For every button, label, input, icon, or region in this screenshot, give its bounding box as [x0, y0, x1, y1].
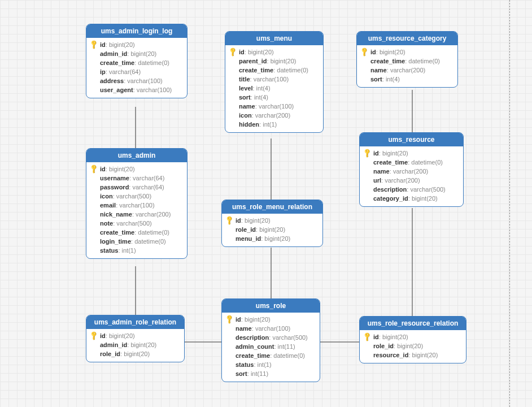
- page-boundary-dashed-line: [509, 0, 510, 407]
- column-row: name: varchar(200): [363, 167, 460, 176]
- column-name: status: [236, 361, 254, 368]
- table-ums-resource-category[interactable]: ums_resource_category 🔑id: bigint(20)cre…: [356, 31, 458, 88]
- column-type: varchar(200): [385, 177, 420, 184]
- column-name: menu_id: [236, 235, 261, 242]
- table-ums-role-resource-relation[interactable]: ums_role_resource_relation 🔑id: bigint(2…: [359, 316, 466, 363]
- column-type: varchar(500): [272, 334, 307, 341]
- column-type: datetime(0): [134, 238, 166, 245]
- column-type: bigint(20): [124, 350, 150, 357]
- column-name: role_id: [373, 343, 394, 349]
- column-type: varchar(64): [132, 184, 164, 190]
- table-body: 🔑id: bigint(20)username: varchar(64)pass…: [86, 162, 187, 258]
- column-row: create_time: datetime(0): [363, 158, 460, 167]
- column-type: varchar(200): [393, 168, 428, 175]
- primary-key-icon: 🔑: [363, 333, 371, 340]
- primary-key-icon: 🔑: [229, 48, 237, 55]
- column-name: ip: [100, 68, 106, 75]
- column-row: ip: varchar(64): [90, 67, 184, 76]
- column-row: hidden: int(1): [229, 120, 320, 129]
- column-row: create_time: datetime(0): [90, 228, 184, 237]
- column-type: bigint(20): [248, 49, 274, 55]
- column-name: id: [373, 334, 379, 340]
- column-name: id: [370, 49, 376, 55]
- column-type: bigint(20): [264, 235, 290, 242]
- column-row: sort: int(4): [360, 75, 454, 84]
- table-body: 🔑id: bigint(20)admin_id: bigint(20)creat…: [86, 38, 187, 98]
- table-ums-resource[interactable]: ums_resource 🔑id: bigint(20)create_time:…: [359, 132, 464, 207]
- column-type: bigint(20): [130, 341, 156, 348]
- column-name: icon: [239, 112, 252, 119]
- table-title: ums_menu: [225, 32, 323, 45]
- column-row: icon: varchar(200): [229, 111, 320, 120]
- column-row: description: varchar(500): [225, 333, 316, 342]
- column-row: create_time: datetime(0): [225, 351, 316, 360]
- column-name: admin_id: [100, 50, 127, 57]
- column-type: varchar(500): [116, 220, 151, 227]
- column-row: note: varchar(500): [90, 219, 184, 228]
- column-type: bigint(20): [245, 217, 271, 224]
- column-row: 🔑id: bigint(20): [90, 331, 181, 340]
- table-body: 🔑id: bigint(20)create_time: datetime(0)n…: [360, 146, 463, 206]
- column-row: create_time: datetime(0): [90, 58, 184, 67]
- column-type: int(1): [258, 361, 272, 368]
- table-body: 🔑id: bigint(20)parent_id: bigint(20)crea…: [225, 45, 323, 132]
- column-type: bigint(20): [271, 58, 296, 64]
- column-row: 🔑id: bigint(20): [90, 164, 184, 174]
- column-type: int(1): [263, 121, 277, 128]
- column-type: varchar(500): [410, 186, 445, 193]
- column-row: parent_id: bigint(20): [229, 57, 320, 66]
- column-row: 🔑id: bigint(20): [225, 315, 316, 324]
- table-ums-menu[interactable]: ums_menu 🔑id: bigint(20)parent_id: bigin…: [225, 31, 324, 133]
- column-row: 🔑id: bigint(20): [360, 47, 454, 57]
- column-type: bigint(20): [412, 195, 438, 202]
- primary-key-icon: 🔑: [90, 41, 98, 48]
- column-type: varchar(100): [255, 325, 290, 332]
- table-ums-admin-login-log[interactable]: ums_admin_login_log 🔑id: bigint(20)admin…: [86, 24, 187, 98]
- column-name: resource_id: [373, 352, 408, 358]
- column-name: create_time: [100, 59, 134, 66]
- primary-key-icon: 🔑: [225, 315, 233, 323]
- column-name: role_id: [236, 226, 256, 233]
- column-type: bigint(20): [397, 343, 423, 349]
- column-name: category_id: [373, 195, 408, 202]
- column-type: bigint(20): [130, 50, 156, 57]
- column-name: status: [100, 247, 118, 254]
- column-name: create_time: [370, 58, 405, 64]
- column-type: varchar(200): [255, 112, 290, 119]
- column-row: 🔑id: bigint(20): [229, 47, 320, 57]
- table-ums-role[interactable]: ums_role 🔑id: bigint(20)name: varchar(10…: [221, 298, 320, 382]
- column-type: bigint(20): [380, 49, 405, 55]
- column-row: role_id: bigint(20): [225, 225, 319, 234]
- column-row: resource_id: bigint(20): [363, 350, 463, 360]
- primary-key-icon: 🔑: [225, 217, 233, 224]
- column-type: bigint(20): [259, 226, 285, 233]
- column-row: admin_id: bigint(20): [90, 49, 184, 58]
- column-row: login_time: datetime(0): [90, 237, 184, 246]
- column-name: create_time: [373, 159, 408, 166]
- column-type: int(4): [254, 94, 268, 101]
- table-body: 🔑id: bigint(20)create_time: datetime(0)n…: [357, 45, 457, 87]
- column-name: parent_id: [239, 58, 267, 64]
- table-title: ums_resource_category: [357, 32, 457, 45]
- column-row: level: int(4): [229, 84, 320, 93]
- column-name: hidden: [239, 121, 259, 128]
- column-name: email: [100, 202, 116, 209]
- column-row: 🔑id: bigint(20): [363, 332, 463, 341]
- table-ums-admin-role-relation[interactable]: ums_admin_role_relation 🔑id: bigint(20)a…: [86, 315, 185, 362]
- table-ums-admin[interactable]: ums_admin 🔑id: bigint(20)username: varch…: [86, 148, 187, 259]
- column-type: bigint(20): [412, 352, 438, 358]
- column-row: create_time: datetime(0): [360, 57, 454, 66]
- column-type: bigint(20): [382, 334, 408, 340]
- column-row: description: varchar(500): [363, 185, 460, 194]
- table-ums-role-menu-relation[interactable]: ums_role_menu_relation 🔑id: bigint(20)ro…: [221, 200, 323, 247]
- column-row: 🔑id: bigint(20): [90, 40, 184, 49]
- column-type: varchar(100): [127, 77, 162, 84]
- column-row: title: varchar(100): [229, 75, 320, 84]
- column-name: name: [236, 325, 252, 332]
- column-type: int(4): [256, 85, 271, 92]
- table-title: ums_admin: [86, 149, 187, 162]
- column-type: datetime(0): [277, 67, 308, 73]
- column-type: varchar(200): [136, 211, 171, 218]
- primary-key-icon: 🔑: [90, 332, 98, 339]
- column-name: note: [100, 220, 113, 227]
